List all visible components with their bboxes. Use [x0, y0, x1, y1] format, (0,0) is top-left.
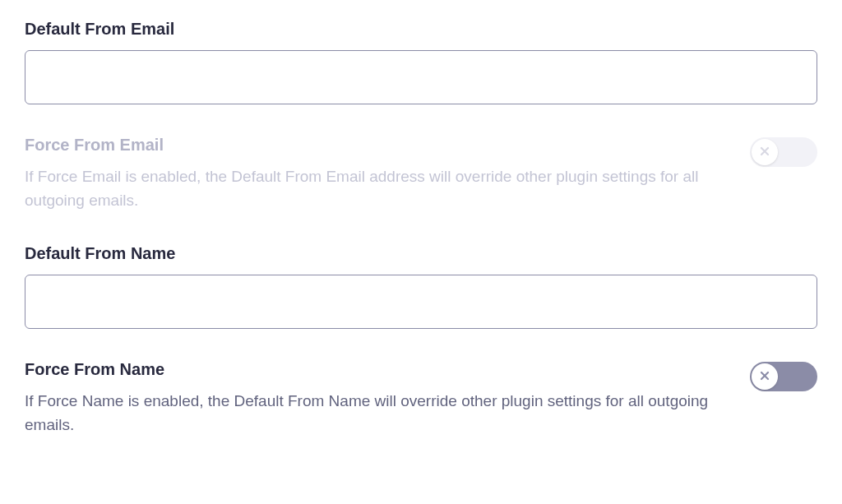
force-from-name-toggle[interactable]	[750, 362, 817, 391]
force-from-name-text: Force From Name If Force Name is enabled…	[25, 360, 715, 437]
default-from-email-input[interactable]	[25, 50, 817, 104]
close-icon	[760, 145, 770, 160]
force-from-email-group: Force From Email If Force Email is enabl…	[25, 136, 817, 213]
toggle-knob	[752, 363, 778, 390]
default-from-name-group: Default From Name	[25, 244, 817, 329]
force-from-name-group: Force From Name If Force Name is enabled…	[25, 360, 817, 437]
force-from-email-row: Force From Email If Force Email is enabl…	[25, 136, 817, 213]
default-from-email-label: Default From Email	[25, 20, 817, 39]
force-from-email-toggle[interactable]	[750, 137, 817, 167]
close-icon	[760, 369, 770, 384]
force-from-email-label: Force From Email	[25, 136, 715, 155]
force-from-email-text: Force From Email If Force Email is enabl…	[25, 136, 715, 213]
force-from-name-description: If Force Name is enabled, the Default Fr…	[25, 389, 715, 437]
default-from-email-group: Default From Email	[25, 20, 817, 104]
default-from-name-label: Default From Name	[25, 244, 817, 263]
force-from-name-row: Force From Name If Force Name is enabled…	[25, 360, 817, 437]
force-from-name-label: Force From Name	[25, 360, 715, 379]
default-from-name-input[interactable]	[25, 275, 817, 329]
force-from-email-description: If Force Email is enabled, the Default F…	[25, 164, 715, 213]
toggle-knob	[752, 139, 778, 165]
